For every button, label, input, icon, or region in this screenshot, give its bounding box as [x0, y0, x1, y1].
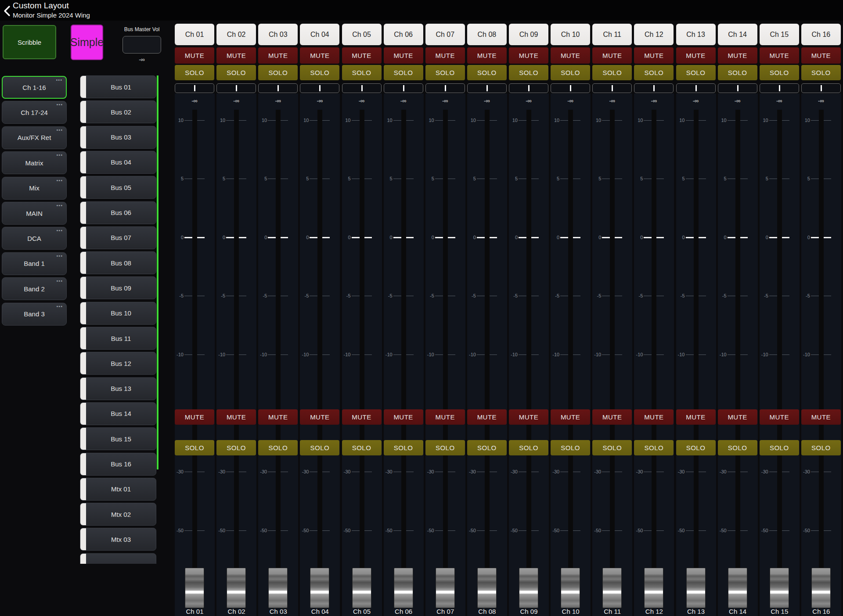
solo-button-lower[interactable]: SOLO: [342, 440, 382, 455]
fader-handle[interactable]: [728, 568, 747, 608]
channel-name-button[interactable]: Ch 06: [384, 24, 423, 45]
mute-button-lower[interactable]: MUTE: [676, 409, 716, 425]
mute-button[interactable]: MUTE: [592, 47, 632, 64]
channel-name-button[interactable]: Ch 12: [634, 24, 674, 45]
sidebar-item-dca[interactable]: DCA•••: [2, 227, 67, 250]
fader-handle[interactable]: [352, 568, 371, 608]
mute-button[interactable]: MUTE: [300, 47, 339, 64]
mute-button[interactable]: MUTE: [384, 47, 423, 64]
pan-slider[interactable]: [342, 83, 382, 93]
mute-button[interactable]: MUTE: [342, 47, 382, 64]
solo-button[interactable]: SOLO: [551, 65, 590, 80]
solo-button[interactable]: SOLO: [216, 65, 256, 80]
sidebar-item-mix[interactable]: Mix•••: [2, 177, 67, 200]
solo-button-lower[interactable]: SOLO: [760, 440, 799, 455]
bus-item-bus-14[interactable]: Bus 14: [80, 402, 156, 425]
bus-item-mtx-02[interactable]: Mtx 02: [80, 503, 156, 526]
mute-button[interactable]: MUTE: [718, 47, 757, 64]
solo-button-lower[interactable]: SOLO: [676, 440, 716, 455]
bus-item-bus-16[interactable]: Bus 16: [80, 453, 156, 476]
pan-slider[interactable]: [175, 83, 214, 93]
bus-item-bus-07[interactable]: Bus 07: [80, 226, 156, 249]
fader-track[interactable]: [568, 110, 573, 569]
channel-name-button[interactable]: Ch 08: [467, 24, 507, 45]
pan-slider[interactable]: [258, 83, 298, 93]
mute-button[interactable]: MUTE: [175, 47, 214, 64]
pan-slider[interactable]: [760, 83, 799, 93]
mute-button-lower[interactable]: MUTE: [801, 409, 841, 425]
mute-button[interactable]: MUTE: [634, 47, 674, 64]
pan-slider[interactable]: [425, 83, 465, 93]
pan-slider[interactable]: [634, 83, 674, 93]
solo-button-lower[interactable]: SOLO: [216, 440, 256, 455]
solo-button-lower[interactable]: SOLO: [300, 440, 339, 455]
bus-item-partial[interactable]: [80, 553, 156, 564]
pan-slider[interactable]: [300, 83, 339, 93]
fader-track[interactable]: [610, 110, 615, 569]
pan-slider[interactable]: [801, 83, 841, 93]
mute-button-lower[interactable]: MUTE: [718, 409, 757, 425]
sidebar-item-main[interactable]: MAIN•••: [2, 202, 67, 225]
solo-button-lower[interactable]: SOLO: [718, 440, 757, 455]
channel-name-button[interactable]: Ch 11: [592, 24, 632, 45]
pan-slider[interactable]: [551, 83, 590, 93]
channel-name-button[interactable]: Ch 15: [760, 24, 799, 45]
fader-track[interactable]: [360, 110, 364, 569]
mute-button-lower[interactable]: MUTE: [216, 409, 256, 425]
solo-button-lower[interactable]: SOLO: [384, 440, 423, 455]
fader-handle[interactable]: [644, 568, 663, 608]
channel-name-button[interactable]: Ch 16: [801, 24, 841, 45]
solo-button-lower[interactable]: SOLO: [551, 440, 590, 455]
fader-handle[interactable]: [310, 568, 329, 608]
mute-button-lower[interactable]: MUTE: [175, 409, 214, 425]
fader-track[interactable]: [485, 110, 490, 569]
mute-button[interactable]: MUTE: [760, 47, 799, 64]
sidebar-item-band-1[interactable]: Band 1•••: [2, 252, 67, 275]
solo-button[interactable]: SOLO: [467, 65, 507, 80]
channel-name-button[interactable]: Ch 04: [300, 24, 339, 45]
bus-item-bus-10[interactable]: Bus 10: [80, 302, 156, 325]
fader-track[interactable]: [526, 110, 531, 569]
solo-button[interactable]: SOLO: [592, 65, 632, 80]
fader-handle[interactable]: [227, 568, 246, 608]
sidebar-item-ch-17-24[interactable]: Ch 17-24•••: [2, 101, 67, 124]
fader-track[interactable]: [401, 110, 406, 569]
solo-button-lower[interactable]: SOLO: [801, 440, 841, 455]
pan-slider[interactable]: [676, 83, 716, 93]
solo-button[interactable]: SOLO: [676, 65, 716, 80]
channel-name-button[interactable]: Ch 01: [175, 24, 214, 45]
bus-item-mtx-03[interactable]: Mtx 03: [80, 528, 156, 551]
fader-handle[interactable]: [268, 568, 288, 608]
bus-item-bus-13[interactable]: Bus 13: [80, 377, 156, 400]
mute-button-lower[interactable]: MUTE: [509, 409, 548, 425]
pan-slider[interactable]: [467, 83, 507, 93]
mute-button-lower[interactable]: MUTE: [300, 409, 339, 425]
solo-button-lower[interactable]: SOLO: [467, 440, 507, 455]
fader-track[interactable]: [652, 110, 656, 569]
bus-item-bus-09[interactable]: Bus 09: [80, 276, 156, 299]
fader-handle[interactable]: [602, 568, 622, 608]
mute-button[interactable]: MUTE: [801, 47, 841, 64]
bus-item-bus-15[interactable]: Bus 15: [80, 427, 156, 450]
sidebar-item-band-2[interactable]: Band 2•••: [2, 277, 67, 300]
fader-track[interactable]: [777, 110, 782, 569]
fader-track[interactable]: [819, 110, 824, 569]
bus-item-bus-04[interactable]: Bus 04: [80, 151, 156, 174]
fader-handle[interactable]: [394, 568, 413, 608]
fader-handle[interactable]: [436, 568, 455, 608]
solo-button[interactable]: SOLO: [342, 65, 382, 80]
pan-slider[interactable]: [509, 83, 548, 93]
bus-item-bus-11[interactable]: Bus 11: [80, 327, 156, 350]
channel-name-button[interactable]: Ch 05: [342, 24, 382, 45]
mute-button-lower[interactable]: MUTE: [592, 409, 632, 425]
solo-button[interactable]: SOLO: [384, 65, 423, 80]
sidebar-item-ch-1-16[interactable]: Ch 1-16•••: [2, 76, 67, 99]
pan-slider[interactable]: [216, 83, 256, 93]
pan-slider[interactable]: [718, 83, 757, 93]
sidebar-item-band-3[interactable]: Band 3•••: [2, 303, 67, 326]
solo-button[interactable]: SOLO: [425, 65, 465, 80]
mute-button[interactable]: MUTE: [216, 47, 256, 64]
pan-slider[interactable]: [592, 83, 632, 93]
fader-handle[interactable]: [519, 568, 538, 608]
solo-button-lower[interactable]: SOLO: [634, 440, 674, 455]
